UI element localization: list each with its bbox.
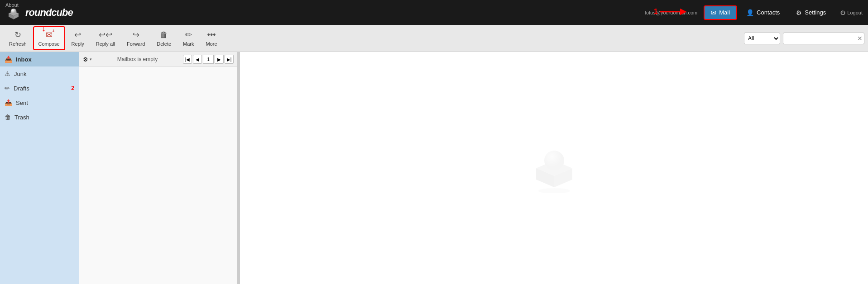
nav-settings-label: Settings <box>805 9 826 16</box>
mail-icon: ✉ <box>711 9 716 16</box>
chevron-down-icon: ▾ <box>90 57 92 62</box>
logo-text: roundcube <box>25 7 73 19</box>
svg-point-10 <box>538 188 570 193</box>
message-list-body <box>79 67 237 284</box>
more-icon: ••• <box>207 30 216 40</box>
compose-icon: ✉+ <box>46 30 53 40</box>
refresh-button[interactable]: ↻ Refresh <box>4 26 32 50</box>
first-page-button[interactable]: |◀ <box>183 55 192 64</box>
watermark-logo <box>527 143 581 193</box>
more-label: More <box>206 41 217 47</box>
sent-icon: 📤 <box>5 99 12 106</box>
sidebar-item-trash[interactable]: 🗑 Trash <box>0 110 79 124</box>
compose-label: Compose <box>38 41 60 47</box>
nav-contacts-button[interactable]: 👤 Contacts <box>739 5 787 20</box>
nav-mail-label: Mail <box>719 9 730 16</box>
toolbar-right: All Unread Flagged Responded ✕ <box>744 33 864 44</box>
preview-pane <box>240 52 868 284</box>
message-list-header: ⚙ ▾ Mailbox is empty |◀ ◀ 1 ▶ ▶| <box>79 52 237 67</box>
drafts-icon: ✏ <box>5 85 10 92</box>
nav-contacts-label: Contacts <box>757 9 780 16</box>
annotation-number: 1 <box>654 8 658 16</box>
sidebar-trash-label: Trash <box>14 114 29 121</box>
gear-icon: ⚙ <box>83 56 88 63</box>
sidebar-junk-label: Junk <box>14 71 26 77</box>
logout-icon: ⏻ <box>840 10 845 15</box>
sidebar-sent-label: Sent <box>16 99 28 106</box>
inbox-icon: 📥 <box>5 56 12 63</box>
filter-select[interactable]: All Unread Flagged Responded <box>744 33 780 44</box>
about-link[interactable]: About <box>5 2 19 8</box>
reply-all-icon: ↩↩ <box>99 30 112 40</box>
sidebar-item-inbox[interactable]: 📥 Inbox <box>0 52 79 66</box>
delete-label: Delete <box>157 41 171 47</box>
junk-icon: ⚠ <box>5 70 10 77</box>
drafts-badge: 2 <box>71 85 74 91</box>
nav-settings-button[interactable]: ⚙ Settings <box>789 5 833 20</box>
forward-label: Forward <box>127 41 145 47</box>
prev-page-button[interactable]: ◀ <box>193 55 202 64</box>
logout-label: Logout <box>847 10 863 15</box>
reply-icon: ↩ <box>74 30 81 40</box>
forward-icon: ↪ <box>133 30 139 40</box>
delete-button[interactable]: 🗑 Delete <box>151 27 177 50</box>
reply-label: Reply <box>72 41 84 47</box>
list-options-button[interactable]: ⚙ ▾ <box>83 56 92 63</box>
mailbox-status: Mailbox is empty <box>117 56 158 62</box>
sidebar-inbox-label: Inbox <box>16 56 32 63</box>
sidebar-item-drafts[interactable]: ✏ Drafts 2 <box>0 81 79 95</box>
annotation-arrow: 1 <box>654 7 687 16</box>
main-content: 📥 Inbox ⚠ Junk ✏ Drafts 2 📤 Sent 🗑 Trash <box>0 52 868 284</box>
top-bar: roundcube 1 lotus@yourdomain.com ✉ Mail … <box>0 0 868 25</box>
reply-button[interactable]: ↩ Reply <box>66 26 90 50</box>
next-page-button[interactable]: ▶ <box>215 55 224 64</box>
pagination: |◀ ◀ 1 ▶ ▶| <box>183 55 234 64</box>
search-clear-icon[interactable]: ✕ <box>857 35 863 42</box>
more-button[interactable]: ••• More <box>201 27 223 50</box>
reply-all-label: Reply all <box>96 41 115 47</box>
trash-icon: 🗑 <box>5 114 11 121</box>
message-list: ⚙ ▾ Mailbox is empty |◀ ◀ 1 ▶ ▶| <box>79 52 238 284</box>
sidebar-drafts-label: Drafts <box>14 85 29 92</box>
svg-point-9 <box>544 151 564 170</box>
forward-button[interactable]: ↪ Forward <box>121 26 150 50</box>
reply-all-button[interactable]: ↩↩ Reply all <box>91 26 120 50</box>
refresh-label: Refresh <box>9 41 27 47</box>
sidebar-item-sent[interactable]: 📤 Sent <box>0 95 79 110</box>
sidebar-item-junk[interactable]: ⚠ Junk <box>0 66 79 81</box>
logout-button[interactable]: ⏻ Logout <box>840 10 863 15</box>
mark-button[interactable]: ✏ Mark <box>177 26 199 50</box>
search-wrapper: ✕ <box>783 33 864 44</box>
current-page: 1 <box>203 55 214 64</box>
toolbar: ↻ Refresh ✉+ Compose ↓ ↩ Reply ↩↩ Reply … <box>0 25 868 52</box>
svg-point-3 <box>11 9 17 14</box>
nav-mail-button[interactable]: ✉ Mail <box>704 5 737 20</box>
mark-icon: ✏ <box>185 30 192 40</box>
contacts-icon: 👤 <box>746 9 754 16</box>
compose-button[interactable]: ✉+ Compose <box>33 26 65 50</box>
last-page-button[interactable]: ▶| <box>225 55 234 64</box>
delete-icon: 🗑 <box>160 30 168 40</box>
settings-icon: ⚙ <box>796 9 802 16</box>
sidebar: 📥 Inbox ⚠ Junk ✏ Drafts 2 📤 Sent 🗑 Trash <box>0 52 79 284</box>
refresh-icon: ↻ <box>14 30 21 40</box>
search-input[interactable] <box>783 33 864 44</box>
mark-label: Mark <box>183 41 194 47</box>
annotation-arrow-svg <box>660 7 687 16</box>
